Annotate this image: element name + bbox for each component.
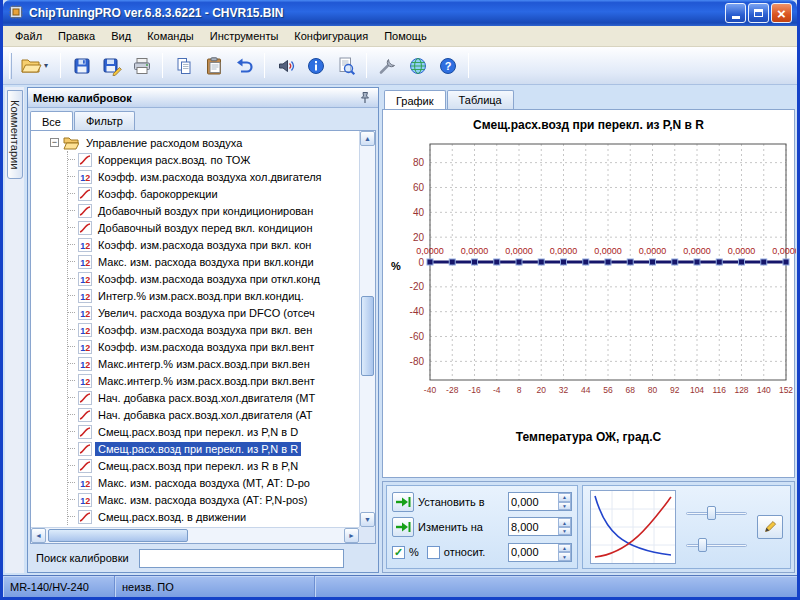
save-as-button[interactable]	[98, 52, 125, 79]
tab-chart[interactable]: График	[384, 90, 446, 110]
svg-text:-16: -16	[468, 385, 481, 395]
menu-item[interactable]: Файл	[7, 27, 50, 45]
spin-down-button[interactable]	[558, 552, 571, 561]
relative-value-spinner	[508, 543, 572, 562]
tree-item[interactable]: 12Макс. изм. расхода воздуха при вкл.кон…	[68, 253, 359, 270]
tree-horizontal-scrollbar[interactable]	[31, 527, 359, 543]
svg-text:0,0000: 0,0000	[638, 246, 666, 256]
tree-folder[interactable]: Управление расходом воздуха	[37, 134, 359, 151]
search-row: Поиск калибровки	[28, 544, 378, 572]
svg-text:-80: -80	[409, 356, 424, 367]
menu-item[interactable]: Помощь	[376, 27, 435, 45]
tree-item[interactable]: Коррекция расх.возд. по ТОЖ	[68, 151, 359, 168]
tree-item[interactable]: Добавочный воздух при кондиционирован	[68, 202, 359, 219]
open-file-button[interactable]	[17, 52, 44, 79]
change-value-button[interactable]	[392, 517, 414, 537]
change-value-input[interactable]	[509, 518, 558, 535]
tree-item[interactable]: Добавочный воздух перед вкл. кондицион	[68, 219, 359, 236]
maximize-button[interactable]	[748, 3, 769, 23]
preview-slider-top[interactable]	[684, 505, 749, 521]
tree-item[interactable]: 12Макс.интегр.% изм.расх.возд.при вкл.ве…	[68, 355, 359, 372]
spin-down-button[interactable]	[558, 527, 571, 536]
menu-item[interactable]: Конфигурация	[286, 27, 376, 45]
tab-table[interactable]: Таблица	[447, 90, 514, 109]
spin-up-button[interactable]	[558, 493, 571, 502]
tree-item-label: Макс. изм. расхода воздуха (МТ, АТ: D-po	[95, 476, 313, 490]
tree-item[interactable]: 12Интегр.% изм.расх.возд.при вкл.кондиц.	[68, 287, 359, 304]
tree-item[interactable]: Смещ.расх.возд при перекл. из P,N в D	[68, 423, 359, 440]
set-value-input[interactable]	[509, 493, 558, 510]
slider-thumb[interactable]	[707, 506, 716, 520]
calibration-search-input[interactable]	[139, 549, 344, 568]
menu-item[interactable]: Инструменты	[202, 27, 287, 45]
online-button[interactable]	[404, 52, 431, 79]
info-button[interactable]	[302, 52, 329, 79]
curve-icon	[78, 391, 92, 405]
scroll-left-button[interactable]	[31, 528, 46, 543]
edit-curve-button[interactable]	[757, 515, 783, 539]
tree-item[interactable]: Нач. добавка расх.возд.хол.двигателя (МТ	[68, 389, 359, 406]
tree-item[interactable]: Смещ.расх.возд при перекл. из P,N в R	[68, 440, 359, 457]
slider-thumb[interactable]	[698, 538, 707, 552]
toolbar-gripper[interactable]	[9, 53, 12, 79]
set-value-button[interactable]	[392, 492, 414, 512]
tree-item[interactable]: Коэфф. барокоррекции	[68, 185, 359, 202]
toolbar-buttons: ▾?	[17, 52, 473, 79]
tools-button[interactable]	[374, 52, 401, 79]
tree-item[interactable]: 12Коэфф. изм.расхода воздуха при вкл. ве…	[68, 321, 359, 338]
copy-button[interactable]	[170, 52, 197, 79]
tree-item[interactable]: 12Макс. изм. расхода воздуха (МТ, АТ: D-…	[68, 474, 359, 491]
save-file-button[interactable]	[68, 52, 95, 79]
spin-up-button[interactable]	[558, 544, 571, 553]
comments-tab[interactable]: Комментарии	[7, 90, 23, 179]
tab-filter[interactable]: Фильтр	[74, 111, 135, 130]
scroll-down-button[interactable]	[360, 512, 375, 527]
tree-item[interactable]: 12Коэфф. изм.расхода воздуха при вкл. ко…	[68, 236, 359, 253]
tab-all[interactable]: Все	[30, 111, 73, 131]
tree-item[interactable]: 12Коэфф. изм.расхода воздуха при откл.ко…	[68, 270, 359, 287]
pin-icon[interactable]	[359, 91, 373, 104]
open-file-dropdown-arrow[interactable]: ▾	[44, 61, 53, 70]
undo-button[interactable]	[230, 52, 257, 79]
tree-item[interactable]: Нач. добавка расх.возд.хол.двигателя (АТ	[68, 406, 359, 423]
menu-item[interactable]: Правка	[50, 27, 103, 45]
chart-panel: График Таблица Смещ.расх.возд при перекл…	[382, 87, 795, 573]
tree-item[interactable]: 12Увелич. расхода воздуха при DFCO (отсе…	[68, 304, 359, 321]
sound-button[interactable]	[272, 52, 299, 79]
folder-icon	[63, 136, 79, 150]
svg-text:-20: -20	[409, 281, 424, 292]
relative-checkbox[interactable]	[427, 546, 440, 559]
scroll-right-button[interactable]	[344, 528, 359, 543]
svg-text:0,0000: 0,0000	[772, 246, 796, 256]
spin-down-button[interactable]	[558, 502, 571, 511]
scroll-up-button[interactable]	[360, 131, 375, 146]
horizontal-scroll-thumb[interactable]	[48, 529, 188, 542]
tree-item[interactable]: 12Коэфф. изм.расхода воздуха хол.двигате…	[68, 168, 359, 185]
tree-item[interactable]: 12Макс.интегр.% изм.расх.возд.при вкл.ве…	[68, 372, 359, 389]
svg-text:2: 2	[85, 478, 90, 488]
tree-item[interactable]: 12Коэфф. изм.расхода воздуха при вкл.вен…	[68, 338, 359, 355]
find-in-file-button[interactable]	[332, 52, 359, 79]
tree-item[interactable]: 12Макс. изм. расхода воздуха (АТ: P,N-po…	[68, 491, 359, 508]
preview-slider-bottom[interactable]	[684, 537, 749, 553]
svg-text:20: 20	[412, 232, 424, 243]
tree-item[interactable]: Смещ.расх.возд. в движении	[68, 508, 359, 525]
vertical-scroll-thumb[interactable]	[361, 296, 374, 376]
paste-button[interactable]	[200, 52, 227, 79]
svg-text:?: ?	[444, 60, 451, 72]
tree-item[interactable]: Смещ.расх.возд при перекл. из R в P,N	[68, 457, 359, 474]
minimize-button[interactable]	[725, 3, 746, 23]
menu-item[interactable]: Вид	[103, 27, 139, 45]
collapse-icon[interactable]	[50, 138, 59, 147]
tree-vertical-scrollbar[interactable]	[359, 131, 375, 527]
change-value-label: Изменить на	[418, 521, 504, 533]
chart-area: Смещ.расх.возд при перекл. из P,N в R % …	[382, 109, 795, 478]
help-button[interactable]: ?	[434, 52, 461, 79]
close-button[interactable]	[771, 3, 792, 23]
print-button[interactable]	[128, 52, 155, 79]
menu-item[interactable]: Команды	[139, 27, 202, 45]
edit-controls-panel: Установить в Изменить на	[382, 481, 795, 573]
spin-up-button[interactable]	[558, 518, 571, 527]
percent-checkbox[interactable]	[392, 546, 405, 559]
relative-value-input[interactable]	[509, 544, 558, 561]
